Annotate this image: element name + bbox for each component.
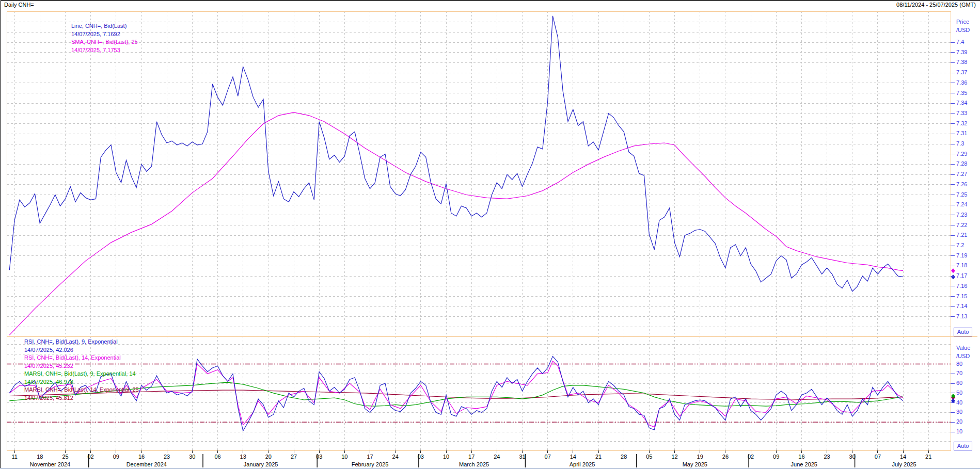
x-tick-label: 24 <box>494 454 500 460</box>
last-value-marker-blue <box>951 274 955 279</box>
x-tick-label: 09 <box>113 454 119 460</box>
legend-line: 14/07/2025, 46.978 <box>24 379 73 385</box>
price-axis-auto-button[interactable]: Auto <box>954 328 972 336</box>
price-tick-label: 7.39 <box>956 49 967 56</box>
legend-line: RSI, CNH=, Bid(Last), 9, Exponential <box>24 338 118 345</box>
legend-line: 14/07/2025, 45.232 <box>24 363 73 369</box>
month-label: May 2025 <box>683 461 707 468</box>
price-tick-label: 7.28 <box>956 160 967 167</box>
x-tick-label: 30 <box>189 454 195 460</box>
price-tick-label: 7.2 <box>956 242 964 249</box>
legend-line: 14/07/2025, 7.1692 <box>71 31 120 38</box>
price-tick-label: 7.16 <box>956 283 967 289</box>
price-tick-label: 7.35 <box>956 90 967 96</box>
price-tick-label: 7.25 <box>956 191 967 198</box>
price-tick-label: 7.19 <box>956 252 967 259</box>
price-tick-label: 7.34 <box>956 100 967 106</box>
last-value-marker-magenta <box>951 268 955 273</box>
x-tick-label: 23 <box>164 454 170 460</box>
value-tick-label: 30 <box>956 409 962 415</box>
x-tick-label: 21 <box>925 454 931 460</box>
x-tick-label: 23 <box>824 454 830 460</box>
price-chart-area[interactable] <box>7 11 951 336</box>
x-tick-label: 16 <box>798 454 804 460</box>
x-tick-label: 05 <box>646 454 652 460</box>
x-tick-label: 14 <box>900 454 906 460</box>
x-tick-label: 19 <box>697 454 703 460</box>
x-tick-label: 02 <box>748 454 754 460</box>
price-tick-label: 7.26 <box>956 181 967 188</box>
x-tick-label: 02 <box>87 454 93 460</box>
x-tick-label: 25 <box>62 454 68 460</box>
legend-line: MARSI, CNH=, Bid(Last), 14, Exponential,… <box>24 386 139 393</box>
price-tick-label: 7.15 <box>956 293 967 300</box>
month-label: December 2024 <box>127 461 167 468</box>
price-axis-title: Price <box>956 19 969 25</box>
x-tick-label: 21 <box>595 454 602 460</box>
month-label: February 2025 <box>352 461 389 468</box>
rsi-last-value-marker-blue <box>951 398 955 403</box>
value-axis-unit: /USD <box>956 353 970 360</box>
x-tick-label: 10 <box>443 454 449 460</box>
x-tick-label: 20 <box>265 454 272 460</box>
value-tick-label: 10 <box>956 428 962 435</box>
x-tick-label: 07 <box>545 454 551 460</box>
x-tick-label: 13 <box>240 454 246 460</box>
value-tick-label: 50 <box>956 390 962 396</box>
price-tick-label: 7.36 <box>956 79 967 86</box>
value-tick-label: 80 <box>956 361 962 367</box>
chart-application-window: Daily CNH= 08/11/2024 - 25/07/2025 (GMT)… <box>0 0 980 469</box>
month-label: March 2025 <box>459 461 489 468</box>
legend-line: MARSI, CNH=, Bid(Last), 9, Exponential, … <box>24 370 136 377</box>
price-tick-label: 7.14 <box>956 303 967 310</box>
price-tick-label: 7.18 <box>956 262 967 269</box>
x-tick-label: 06 <box>214 454 220 460</box>
x-tick-label: 18 <box>37 454 43 460</box>
price-tick-label: 7.29 <box>956 151 967 157</box>
legend-line: SMA, CNH=, Bid(Last), 25 <box>71 39 138 45</box>
x-tick-label: 03 <box>418 454 424 460</box>
price-tick-label: 7.3 <box>956 140 964 147</box>
x-tick-label: 09 <box>773 454 779 460</box>
x-tick-label: 24 <box>392 454 399 460</box>
legend-line: RSI, CNH=, Bid(Last), 14, Exponential <box>24 354 121 361</box>
x-tick-label: 14 <box>570 454 576 460</box>
x-tick-label: 26 <box>722 454 729 460</box>
price-tick-label: 7.37 <box>956 69 967 76</box>
price-tick-label: 7.21 <box>956 232 967 238</box>
x-tick-label: 30 <box>849 454 856 460</box>
legend-line: 14/07/2025, 7.1753 <box>71 47 120 54</box>
price-tick-label: 7.31 <box>956 130 967 137</box>
x-tick-label: 17 <box>468 454 475 460</box>
legend-line: 14/07/2025, 45.812 <box>24 395 73 401</box>
price-tick-label: 7.13 <box>956 313 967 320</box>
value-tick-label: 20 <box>956 418 962 425</box>
price-tick-label: 7.33 <box>956 110 967 117</box>
x-tick-label: 27 <box>291 454 297 460</box>
x-tick-label: 16 <box>138 454 145 460</box>
x-tick-label: 11 <box>11 454 17 460</box>
rsi-chart-area[interactable] <box>7 336 951 450</box>
price-tick-label: 7.38 <box>956 59 967 66</box>
month-label: January 2025 <box>244 461 278 468</box>
value-axis-auto-button[interactable]: Auto <box>954 442 972 450</box>
x-tick-label: 28 <box>621 454 627 460</box>
x-tick-label: 17 <box>367 454 373 460</box>
value-tick-label: 40 <box>956 399 962 406</box>
month-label: July 2025 <box>892 461 916 468</box>
price-tick-label: 7.4 <box>956 39 964 45</box>
x-tick-label: 07 <box>875 454 881 460</box>
month-label: June 2025 <box>791 461 817 468</box>
x-tick-label: 03 <box>316 454 322 460</box>
value-tick-label: 60 <box>956 380 962 386</box>
legend-line: Line, CNH=, Bid(Last) <box>71 23 127 29</box>
month-label: November 2024 <box>30 461 70 468</box>
x-tick-label: 10 <box>341 454 347 460</box>
price-tick-label: 7.23 <box>956 212 967 218</box>
price-tick-label: 7.24 <box>956 201 967 208</box>
price-tick-label: 7.22 <box>956 222 967 229</box>
legend-line: 14/07/2025, 42.026 <box>24 347 73 353</box>
x-tick-label: 12 <box>671 454 677 460</box>
price-tick-label: 7.32 <box>956 120 967 127</box>
value-axis-title: Value <box>956 345 970 351</box>
